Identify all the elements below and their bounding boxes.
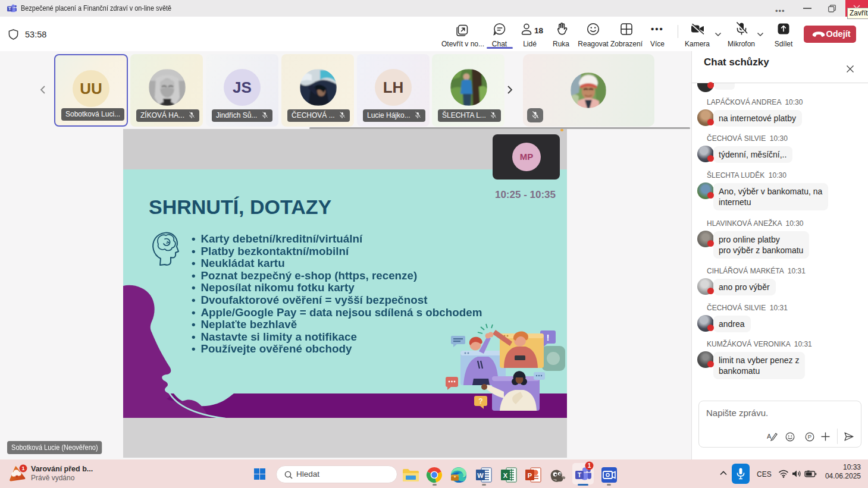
svg-text:T: T	[8, 6, 11, 11]
svg-text:A: A	[767, 433, 772, 440]
svg-text:X: X	[503, 472, 508, 479]
svg-text:P: P	[528, 472, 532, 479]
svg-text:T: T	[578, 471, 582, 478]
svg-text:1: 1	[588, 462, 591, 469]
svg-text:1: 1	[21, 465, 24, 471]
svg-text:?: ?	[478, 397, 482, 405]
svg-text:W: W	[477, 472, 484, 479]
svg-text:!: !	[547, 332, 550, 342]
svg-text:P: P	[808, 433, 811, 440]
